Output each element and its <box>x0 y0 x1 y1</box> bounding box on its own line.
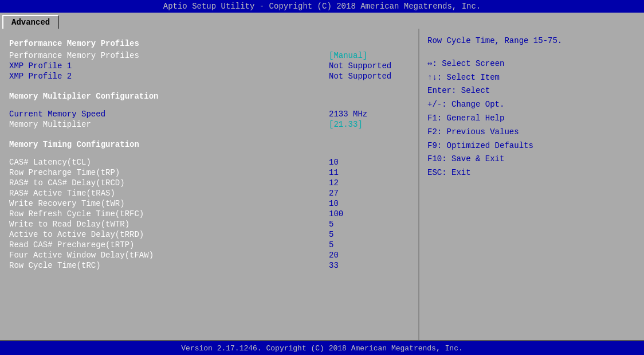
table-row: Active to Active Delay(tRRD)5 <box>9 229 409 240</box>
table-row: Write Recovery Time(tWR)10 <box>9 198 409 209</box>
row-value: 5 <box>329 230 409 239</box>
row-value: [Manual] <box>329 51 409 60</box>
spacer <box>9 151 409 157</box>
row-label: CAS# Latency(tCL) <box>9 158 204 167</box>
table-row: Read CAS# Precharege(tRTP)5 <box>9 240 409 250</box>
row-value: Not Supported <box>329 61 409 71</box>
row-value: 10 <box>329 199 409 208</box>
control-item: +/-: Change Opt. <box>427 98 636 112</box>
tab-advanced[interactable]: Advanced <box>2 15 59 29</box>
table-row: Row Refresh Cycle Time(tRFC)100 <box>9 209 409 219</box>
row-label: XMP Profile 2 <box>9 72 204 81</box>
table-row: RAS# to CAS# Delay(tRCD)12 <box>9 178 409 188</box>
row-value: 2133 MHz <box>329 110 409 119</box>
table-row: Row Cycle Time(tRC)33 <box>9 260 409 271</box>
row-label: Row Precharge Time(tRP) <box>9 168 204 177</box>
table-row: Memory Multiplier[21.33] <box>9 119 409 130</box>
table-row: Four Active Window Delay(tFAW)20 <box>9 250 409 260</box>
selected-value: 33 <box>329 261 339 270</box>
table-row: Current Memory Speed2133 MHz <box>9 109 409 119</box>
bottom-bar: Version 2.17.1246. Copyright (C) 2018 Am… <box>0 340 644 355</box>
bottom-text: Version 2.17.1246. Copyright (C) 2018 Am… <box>181 344 462 353</box>
row-label: Current Memory Speed <box>9 110 204 119</box>
table-row: CAS# Latency(tCL)10 <box>9 157 409 167</box>
title-bar: Aptio Setup Utility - Copyright (C) 2018… <box>0 0 644 13</box>
row-label: Row Refresh Cycle Time(tRFC) <box>9 209 204 219</box>
row-label: XMP Profile 1 <box>9 61 204 71</box>
table-row: Performance Memory Profiles[Manual] <box>9 50 409 61</box>
control-item: ⇔: Select Screen <box>427 57 636 71</box>
section-header: Performance Memory Profiles <box>9 39 409 48</box>
row-value: 27 <box>329 189 409 198</box>
section-header: Memory Multiplier Configuration <box>9 92 409 101</box>
control-item: F10: Save & Exit <box>427 153 636 166</box>
left-panel: Performance Memory ProfilesPerformance M… <box>0 29 418 340</box>
row-label: Memory Multiplier <box>9 120 204 129</box>
table-row: Row Precharge Time(tRP)11 <box>9 167 409 178</box>
row-value: 100 <box>329 209 409 219</box>
control-item: F2: Previous Values <box>427 126 636 139</box>
main-content: Performance Memory ProfilesPerformance M… <box>0 29 644 340</box>
control-item: ↑↓: Select Item <box>427 71 636 85</box>
section-header: Memory Timing Configuration <box>9 140 409 149</box>
control-item: ESC: Exit <box>427 166 636 180</box>
spacer <box>9 103 409 109</box>
tab-bar: Advanced <box>0 13 644 29</box>
spacer <box>9 81 409 87</box>
row-value: Not Supported <box>329 72 409 81</box>
row-label: RAS# Active Time(tRAS) <box>9 189 204 198</box>
control-item: F1: General Help <box>427 112 636 126</box>
row-label: Performance Memory Profiles <box>9 51 204 60</box>
row-value: 11 <box>329 168 409 177</box>
control-item: F9: Optimized Defaults <box>427 139 636 153</box>
row-value: 10 <box>329 158 409 167</box>
right-panel: Row Cycle Time, Range 15-75. ⇔: Select S… <box>418 29 644 340</box>
help-description: Row Cycle Time, Range 15-75. <box>427 34 636 48</box>
row-label: Row Cycle Time(tRC) <box>9 261 204 270</box>
table-row: Write to Read Delay(tWTR)5 <box>9 219 409 229</box>
title-text: Aptio Setup Utility - Copyright (C) 2018… <box>163 2 481 11</box>
row-value: 5 <box>329 220 409 229</box>
controls-list: ⇔: Select Screen↑↓: Select ItemEnter: Se… <box>427 57 636 180</box>
row-label: Active to Active Delay(tRRD) <box>9 230 204 239</box>
row-label: Four Active Window Delay(tFAW) <box>9 251 204 260</box>
row-label: Write to Read Delay(tWTR) <box>9 220 204 229</box>
row-label: RAS# to CAS# Delay(tRCD) <box>9 178 204 188</box>
row-value: 5 <box>329 240 409 249</box>
control-item: Enter: Select <box>427 84 636 98</box>
table-row: XMP Profile 1Not Supported <box>9 61 409 71</box>
table-row: XMP Profile 2Not Supported <box>9 71 409 81</box>
row-value: 12 <box>329 178 409 188</box>
table-row: RAS# Active Time(tRAS)27 <box>9 188 409 198</box>
row-value: 33 <box>329 261 409 270</box>
row-value: 20 <box>329 251 409 260</box>
row-label: Read CAS# Precharege(tRTP) <box>9 240 204 249</box>
spacer <box>9 130 409 135</box>
row-value: [21.33] <box>329 120 409 129</box>
row-label: Write Recovery Time(tWR) <box>9 199 204 208</box>
